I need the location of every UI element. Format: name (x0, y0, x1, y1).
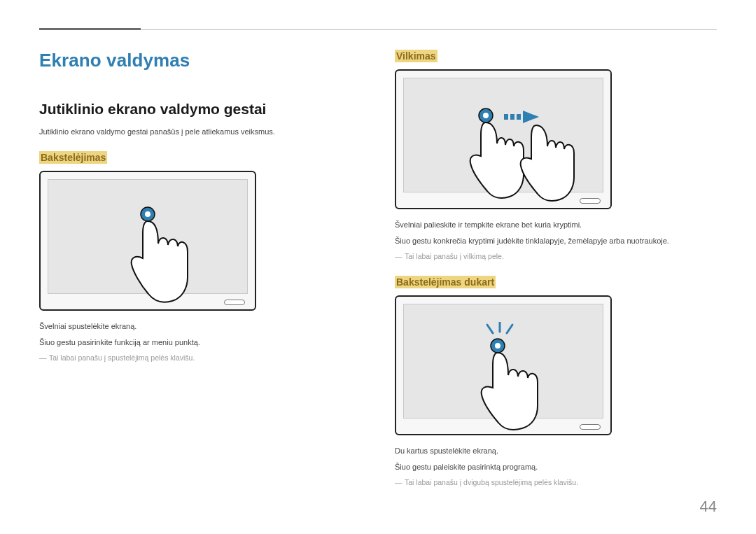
header-rule (39, 29, 717, 30)
tap-hand-icon (123, 206, 200, 311)
drag-illustration (395, 69, 612, 209)
drag-heading: Vilkimas (395, 50, 438, 62)
svg-point-6 (483, 113, 489, 118)
monitor-stand (580, 424, 601, 430)
tap-heading: Bakstelėjimas (39, 151, 107, 164)
drag-desc-1: Švelniai palieskite ir tempkite ekrane b… (395, 219, 717, 231)
tap-illustration (39, 171, 256, 311)
doubletap-illustration (395, 295, 612, 435)
drag-desc-2: Šiuo gestu konkrečia kryptimi judėkite t… (395, 235, 717, 247)
tap-note: Tai labai panašu į spustelėjimą pelės kl… (39, 353, 361, 362)
monitor-stand (224, 300, 245, 305)
svg-point-1 (145, 211, 150, 217)
doubletap-heading: Bakstelėjimas dukart (395, 276, 496, 288)
header-rule-accent (39, 28, 141, 30)
page-title: Ekrano valdymas (39, 50, 361, 71)
page-number: 44 (700, 498, 717, 516)
intro-text: Jutiklinio ekrano valdymo gestai panašūs… (39, 127, 361, 136)
tap-desc-1: Švelniai spustelėkite ekraną. (39, 321, 361, 332)
svg-line-9 (507, 325, 512, 333)
tap-desc-2: Šiuo gestu pasirinkite funkciją ar meniu… (39, 337, 361, 349)
subtitle: Jutiklinio ekrano valdymo gestai (39, 101, 361, 118)
svg-line-7 (487, 325, 493, 333)
drag-hand-end-icon (514, 110, 584, 209)
svg-point-11 (495, 343, 500, 349)
doubletap-note: Tai labai panašu į dvigubą spustelėjimą … (395, 478, 717, 486)
doubletap-hand-icon (473, 337, 550, 435)
left-column: Ekrano valdymas Jutiklinio ekrano valdym… (39, 50, 361, 502)
doubletap-desc-1: Du kartus spustelėkite ekraną. (395, 445, 717, 457)
right-column: Vilkimas (395, 50, 717, 502)
drag-note: Tai labai panašu į vilkimą pele. (395, 252, 717, 260)
doubletap-desc-2: Šiuo gestu paleiskite pasirinktą program… (395, 461, 717, 473)
